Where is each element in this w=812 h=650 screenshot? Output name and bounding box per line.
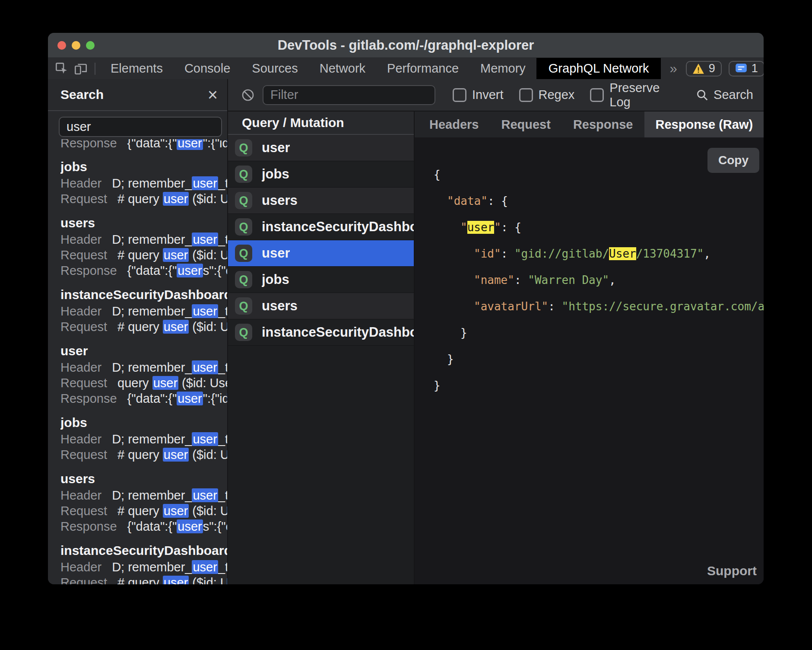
checkbox-box[interactable] xyxy=(590,88,604,102)
query-item-label: instanceSecurityDashboard xyxy=(262,325,414,340)
query-list: QuserQjobsQusersQinstanceSecurityDashboa… xyxy=(228,135,414,584)
clear-icon[interactable] xyxy=(238,88,257,102)
query-type-icon: Q xyxy=(235,192,252,209)
search-result-row[interactable]: Request# query user ($id: UserI xyxy=(60,503,227,519)
query-item-label: jobs xyxy=(262,166,289,182)
tab-response-raw[interactable]: Response (Raw) xyxy=(644,112,764,137)
search-result-row[interactable]: HeaderD; remember_user_token=e xyxy=(60,303,227,319)
tab-console[interactable]: Console xyxy=(174,58,241,79)
checkbox-invert[interactable]: Invert xyxy=(453,88,504,102)
query-item-user[interactable]: Quser xyxy=(228,240,414,267)
search-result-row[interactable]: HeaderD; remember_user_token=e xyxy=(60,431,227,447)
query-item-user[interactable]: Quser xyxy=(228,135,414,161)
result-row-label: Request xyxy=(60,320,107,334)
result-row-label: Request xyxy=(60,376,107,390)
support-link[interactable]: Support xyxy=(707,564,757,578)
search-result-row[interactable]: Response{"data":{"users":{"edges xyxy=(60,263,227,278)
search-result-row[interactable]: Request# query user ($id: UserI xyxy=(60,575,227,584)
checkbox-regex[interactable]: Regex xyxy=(519,88,575,102)
tab-request[interactable]: Request xyxy=(490,112,561,137)
filter-checkboxes: InvertRegexPreserve Log xyxy=(453,81,680,109)
tab-performance[interactable]: Performance xyxy=(376,58,469,79)
result-row-label: Header xyxy=(60,233,102,246)
query-item-label: instanceSecurityDashboard xyxy=(262,219,414,235)
search-result-row[interactable]: Request# query user ($id: UserI xyxy=(60,247,227,263)
result-row-value: D; remember_user_token=e xyxy=(112,304,227,318)
search-result-row[interactable]: HeaderD; remember_user_token=e xyxy=(60,559,227,575)
query-item-instancesecuritydashboard[interactable]: QinstanceSecurityDashboard xyxy=(228,319,414,346)
result-row-value: D; remember_user_token=e xyxy=(112,488,227,502)
checkbox-box[interactable] xyxy=(453,88,466,102)
result-row-label: Header xyxy=(60,560,102,574)
search-input[interactable] xyxy=(59,117,222,137)
search-icon xyxy=(696,89,709,102)
query-item-users[interactable]: Qusers xyxy=(228,293,414,319)
search-result-row[interactable]: Response{"data":{"user":{"id":"gid xyxy=(60,391,227,406)
search-result-row[interactable]: HeaderD; remember_user_token=e xyxy=(60,232,227,247)
search-box xyxy=(48,111,227,137)
minimize-window-button[interactable] xyxy=(72,41,80,50)
query-item-label: users xyxy=(262,193,298,208)
devtools-window: DevTools - gitlab.com/-/graphql-explorer… xyxy=(48,33,764,584)
copy-button[interactable]: Copy xyxy=(707,148,759,173)
tab-headers[interactable]: Headers xyxy=(418,112,490,137)
query-mutation-panel: Query / Mutation QuserQjobsQusersQinstan… xyxy=(228,112,415,584)
inspect-element-icon[interactable] xyxy=(52,58,71,79)
search-result-row[interactable]: HeaderD; remember_user_token=e xyxy=(60,488,227,503)
result-row-label: Header xyxy=(60,304,102,318)
checkbox-label: Regex xyxy=(539,88,575,102)
more-tabs-icon[interactable]: » xyxy=(661,58,685,79)
search-result-group-title: jobs xyxy=(60,158,227,175)
result-row-value: D; remember_user_token=e xyxy=(112,233,227,246)
warnings-badge[interactable]: 9 xyxy=(686,61,722,76)
filter-search-button[interactable]: Search xyxy=(696,88,753,102)
tab-response[interactable]: Response xyxy=(562,112,644,137)
filter-search-label: Search xyxy=(714,88,753,102)
network-region: InvertRegexPreserve Log Search Query / M… xyxy=(228,79,764,584)
query-item-jobs[interactable]: Qjobs xyxy=(228,161,414,188)
search-result-row[interactable]: Request# query user ($id: UserI xyxy=(60,447,227,462)
query-item-users[interactable]: Qusers xyxy=(228,188,414,214)
close-search-icon[interactable]: × xyxy=(208,86,218,103)
result-row-label: Request xyxy=(60,448,107,462)
search-result-row[interactable]: Request# query user ($id: UserI xyxy=(60,319,227,335)
checkbox-preserve-log[interactable]: Preserve Log xyxy=(590,81,680,109)
tab-network[interactable]: Network xyxy=(309,58,376,79)
query-item-jobs[interactable]: Qjobs xyxy=(228,267,414,293)
search-result-row[interactable]: Response{"data":{"users":{"edges xyxy=(60,519,227,534)
messages-badge[interactable]: 1 xyxy=(729,61,764,76)
tab-memory[interactable]: Memory xyxy=(469,58,536,79)
search-result-group-title: users xyxy=(60,214,227,232)
result-row-value: # query user ($id: UserI xyxy=(117,248,227,262)
filter-input[interactable] xyxy=(263,85,435,105)
query-type-icon: Q xyxy=(235,166,252,183)
query-item-instancesecuritydashboard[interactable]: QinstanceSecurityDashboard xyxy=(228,214,414,240)
fullscreen-window-button[interactable] xyxy=(86,41,95,50)
search-result-row[interactable]: HeaderD; remember_user_token=e xyxy=(60,360,227,375)
result-row-value: D; remember_user_token=e xyxy=(112,360,227,374)
search-result-row[interactable]: HeaderD; remember_user_token=e xyxy=(60,175,227,191)
devtools-tabs: ElementsConsoleSourcesNetworkPerformance… xyxy=(100,58,536,79)
search-result-group-title: instanceSecurityDashboard xyxy=(60,286,227,303)
query-mutation-header: Query / Mutation xyxy=(228,112,414,135)
tab-sources[interactable]: Sources xyxy=(241,58,308,79)
close-window-button[interactable] xyxy=(57,41,66,50)
result-row-value: {"data":{"users":{"edges xyxy=(127,519,227,533)
query-item-label: user xyxy=(262,140,290,156)
search-result-row[interactable]: Requestquery user ($id: UserI xyxy=(60,375,227,391)
result-row-value: {"data":{"users":{"edges xyxy=(127,264,227,277)
query-type-icon: Q xyxy=(235,139,252,156)
device-toolbar-icon[interactable] xyxy=(71,58,90,79)
checkbox-box[interactable] xyxy=(519,88,533,102)
result-row-value: D; remember_user_token=e xyxy=(112,432,227,446)
result-row-value: # query user ($id: UserI xyxy=(117,504,227,518)
tab-graphql-network[interactable]: GraphQL Network xyxy=(536,58,661,79)
result-row-label: Header xyxy=(60,432,102,446)
tab-elements[interactable]: Elements xyxy=(100,58,174,79)
search-result-row[interactable]: Request# query user ($id: UserI xyxy=(60,191,227,207)
traffic-lights xyxy=(57,33,95,57)
message-count: 1 xyxy=(752,62,758,75)
result-row-value: # query user ($id: UserI xyxy=(117,448,227,462)
titlebar: DevTools - gitlab.com/-/graphql-explorer xyxy=(48,33,764,57)
search-result-row[interactable]: Response{"data":{"user":{"id":"gi xyxy=(60,139,227,150)
